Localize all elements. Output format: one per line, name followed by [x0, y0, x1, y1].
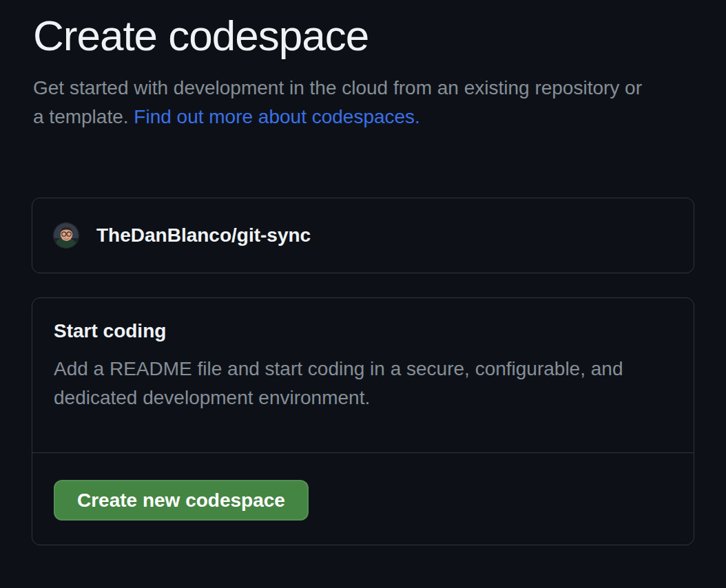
start-coding-card: Start coding Add a README file and start… [32, 297, 694, 545]
page-title: Create codespace [33, 10, 693, 62]
repo-name[interactable]: TheDanBlanco/git-sync [96, 224, 311, 246]
create-new-codespace-button[interactable]: Create new codespace [54, 480, 309, 521]
repo-owner-avatar [54, 223, 79, 248]
page-subtitle: Get started with development in the clou… [33, 74, 650, 132]
start-coding-description: Add a README file and start coding in a … [54, 355, 672, 412]
create-codespace-page: Create codespace Get started with develo… [0, 0, 726, 588]
start-coding-body: Start coding Add a README file and start… [32, 298, 694, 452]
codespaces-docs-link[interactable]: Find out more about codespaces. [134, 106, 420, 127]
start-coding-footer: Create new codespace [32, 452, 694, 545]
start-coding-heading: Start coding [54, 319, 672, 344]
repo-card: TheDanBlanco/git-sync [32, 198, 694, 273]
